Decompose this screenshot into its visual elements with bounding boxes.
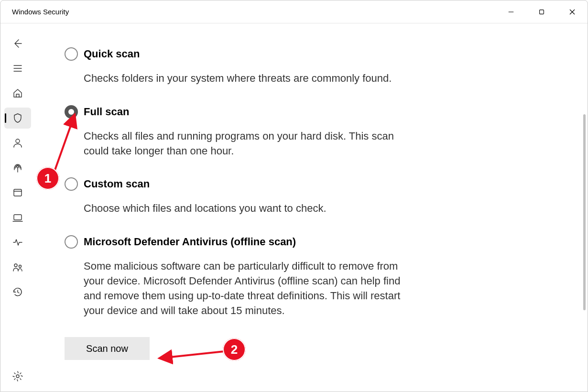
- virus-protection-nav[interactable]: [4, 108, 31, 129]
- svg-rect-1: [540, 10, 544, 14]
- option-offline-scan[interactable]: Microsoft Defender Antivirus (offline sc…: [65, 235, 403, 318]
- annotation-step-1: 1: [36, 167, 59, 190]
- maximize-button[interactable]: [526, 0, 557, 23]
- quick-scan-label: Quick scan: [84, 48, 140, 60]
- radio-quick-scan[interactable]: [65, 47, 78, 61]
- app-browser-control-nav[interactable]: [4, 182, 31, 203]
- full-scan-desc: Checks all files and running programs on…: [84, 129, 403, 159]
- offline-scan-label: Microsoft Defender Antivirus (offline sc…: [84, 236, 296, 248]
- custom-scan-label: Custom scan: [84, 178, 150, 190]
- quick-scan-desc: Checks folders in your system where thre…: [84, 71, 403, 86]
- back-button[interactable]: [4, 33, 31, 54]
- offline-scan-desc: Some malicious software can be particula…: [84, 259, 403, 318]
- close-button[interactable]: [557, 0, 588, 23]
- minimize-button[interactable]: [496, 0, 526, 23]
- annotation-step-2: 2: [223, 338, 246, 361]
- firewall-network-nav[interactable]: [4, 157, 31, 178]
- svg-line-20: [161, 351, 224, 358]
- svg-rect-10: [14, 189, 22, 196]
- home-nav[interactable]: [4, 83, 31, 104]
- annotation-arrow-2: [157, 349, 229, 366]
- device-security-nav[interactable]: [4, 207, 31, 228]
- option-custom-scan[interactable]: Custom scan Choose which files and locat…: [65, 177, 403, 216]
- title-bar: Windows Security: [0, 0, 588, 23]
- svg-point-14: [14, 264, 17, 267]
- radio-offline-scan[interactable]: [65, 235, 78, 249]
- window-controls: [496, 0, 588, 23]
- content-area: Quick scan Checks folders in your system…: [35, 23, 588, 392]
- window-title: Windows Security: [12, 8, 69, 16]
- radio-custom-scan[interactable]: [65, 177, 78, 191]
- scan-now-button[interactable]: Scan now: [65, 337, 150, 360]
- option-full-scan[interactable]: Full scan Checks all files and running p…: [65, 105, 403, 159]
- svg-point-7: [16, 139, 20, 143]
- sidebar: [0, 23, 35, 392]
- scrollbar-thumb[interactable]: [583, 114, 586, 310]
- account-protection-nav[interactable]: [4, 132, 31, 153]
- device-performance-nav[interactable]: [4, 232, 31, 253]
- family-options-nav[interactable]: [4, 257, 31, 278]
- svg-rect-12: [14, 215, 22, 220]
- settings-nav[interactable]: [4, 366, 31, 387]
- svg-line-17: [18, 292, 19, 293]
- protection-history-nav[interactable]: [4, 282, 31, 303]
- custom-scan-desc: Choose which files and locations you wan…: [84, 201, 403, 216]
- hamburger-menu-button[interactable]: [4, 58, 31, 79]
- scan-now-label: Scan now: [86, 343, 128, 354]
- svg-point-15: [19, 265, 22, 268]
- full-scan-label: Full scan: [84, 106, 129, 118]
- svg-point-18: [16, 375, 19, 378]
- annotation-arrow-1: [51, 112, 80, 176]
- svg-line-19: [54, 116, 74, 173]
- option-quick-scan[interactable]: Quick scan Checks folders in your system…: [65, 47, 403, 86]
